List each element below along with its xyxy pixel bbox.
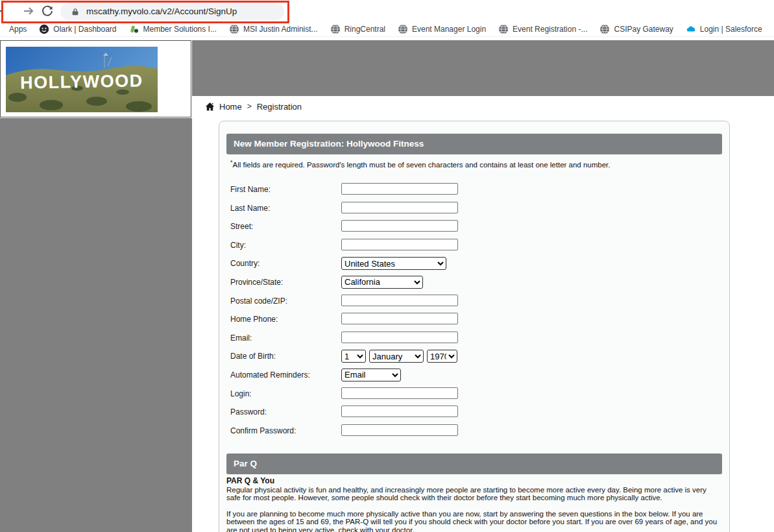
province-state-select[interactable]: California (341, 276, 423, 289)
hollywood-sign-image: HOLLYWOOD (6, 47, 158, 112)
member-solutions-icon (129, 24, 139, 34)
parq-section: PAR Q & You Regular physical activity is… (226, 477, 721, 532)
bookmark-event-manager-login[interactable]: Event Manager Login (398, 24, 486, 34)
forward-icon[interactable] (22, 5, 35, 18)
form-row-last-name: Last Name: (230, 202, 461, 221)
breadcrumb-home-link[interactable]: Home (219, 102, 242, 112)
password-label: Password: (230, 405, 341, 417)
bookmark-msi-justin-administ[interactable]: MSI Justin Administ... (229, 24, 318, 34)
bookmark-member-solutions-i[interactable]: Member Solutions I... (129, 24, 217, 34)
bookmark-olark-dashboard[interactable]: Olark | Dashboard (39, 24, 116, 34)
postal-code-zip-input[interactable] (341, 295, 458, 306)
form-row-password: Password: (230, 405, 461, 424)
postal-code-zip-label: Postal code/ZIP: (230, 295, 341, 306)
automated-reminders-label: Automated Reminders: (230, 369, 341, 380)
breadcrumb-current: Registration (257, 102, 302, 112)
url-text: mscathy.myvolo.ca/v2/Account/SignUp (86, 6, 237, 16)
street-label: Street: (230, 220, 341, 231)
breadcrumb-separator: > (247, 102, 252, 111)
dob-day-select[interactable]: 1 (341, 350, 366, 363)
left-sidebar (0, 118, 192, 532)
login-input[interactable] (341, 387, 458, 399)
last-name-input[interactable] (341, 202, 458, 213)
browser-toolbar: mscathy.myvolo.ca/v2/Account/SignUp (0, 0, 774, 21)
parq-header: Par Q (226, 453, 722, 474)
reload-icon[interactable] (41, 5, 54, 18)
registration-panel: New Member Registration: Hollywood Fitne… (219, 121, 730, 532)
dob-year-select[interactable]: 1970 (427, 350, 457, 363)
olark-icon (39, 24, 49, 34)
bookmark-csipay-gateway[interactable]: CSIPay Gateway (599, 24, 673, 34)
salesforce-cloud-icon (686, 24, 696, 34)
header-band (192, 40, 774, 96)
form-row-city: City: (230, 239, 461, 258)
hollywood-text: HOLLYWOOD (20, 71, 143, 92)
form-row-first-name: First Name: (230, 183, 461, 202)
breadcrumb: Home > Registration (205, 100, 302, 113)
lock-icon (71, 7, 80, 16)
form-row-confirm-password: Confirm Password: (230, 424, 461, 443)
first-name-label: First Name: (230, 183, 341, 194)
globe-icon (498, 24, 509, 34)
form-row-postal-code-zip: Postal code/ZIP: (230, 295, 461, 313)
required-note: *All fields are required. Password's len… (230, 159, 611, 169)
apps-button[interactable]: Apps (9, 25, 27, 34)
province-state-label: Province/State: (230, 276, 341, 287)
login-label: Login: (230, 387, 341, 398)
parq-paragraph-1: Regular physical activity is fun and hea… (226, 486, 721, 502)
last-name-label: Last Name: (230, 202, 341, 213)
country-select[interactable]: United States (341, 257, 446, 270)
country-label: Country: (230, 257, 341, 268)
site-logo-box: HOLLYWOOD (0, 40, 191, 117)
parq-heading: PAR Q & You (226, 477, 721, 485)
form-row-automated-reminders: Automated Reminders:Email (230, 369, 461, 387)
city-label: City: (230, 239, 341, 250)
email-input[interactable] (341, 332, 458, 343)
date-of-birth-label: Date of Birth: (230, 350, 341, 361)
email-label: Email: (230, 332, 341, 343)
confirm-password-input[interactable] (341, 424, 458, 436)
bookmark-login-salesforce[interactable]: Login | Salesforce (686, 24, 762, 34)
first-name-input[interactable] (341, 183, 458, 195)
form-row-email: Email: (230, 332, 461, 350)
back-icon[interactable] (0, 5, 4, 18)
form-row-login: Login: (230, 387, 461, 406)
form-row-home-phone: Home Phone: (230, 313, 461, 332)
confirm-password-label: Confirm Password: (230, 424, 341, 435)
home-icon (205, 102, 215, 112)
globe-icon (330, 24, 341, 34)
globe-icon (599, 24, 610, 34)
form-row-street: Street: (230, 220, 461, 239)
globe-icon (229, 24, 239, 34)
street-input[interactable] (341, 220, 458, 232)
form-rows: First Name:Last Name:Street:City:Country… (230, 183, 461, 442)
registration-header: New Member Registration: Hollywood Fitne… (226, 134, 722, 154)
password-input[interactable] (341, 405, 458, 417)
form-row-province-state: Province/State:California (230, 276, 461, 295)
address-bar[interactable]: mscathy.myvolo.ca/v2/Account/SignUp (60, 3, 284, 20)
form-row-date-of-birth: Date of Birth:1January1970 (230, 350, 461, 369)
globe-icon (398, 24, 408, 34)
automated-reminders-select[interactable]: Email (341, 369, 401, 381)
bookmarks-list: Olark | Dashboard Member Solutions I... … (27, 24, 762, 34)
browser-window: mscathy.myvolo.ca/v2/Account/SignUp Apps… (0, 0, 774, 532)
form-row-country: Country:United States (230, 257, 461, 276)
parq-paragraph-2: If you are planning to become much more … (226, 510, 721, 532)
city-input[interactable] (341, 239, 458, 250)
dob-month-select[interactable]: January (369, 350, 424, 363)
bookmarks-bar: Apps Olark | Dashboard Member Solutions … (0, 21, 774, 37)
bookmark-event-registration[interactable]: Event Registration -... (498, 24, 587, 34)
home-phone-input[interactable] (341, 313, 458, 324)
home-phone-label: Home Phone: (230, 313, 341, 324)
bookmark-ringcentral[interactable]: RingCentral (330, 24, 385, 34)
